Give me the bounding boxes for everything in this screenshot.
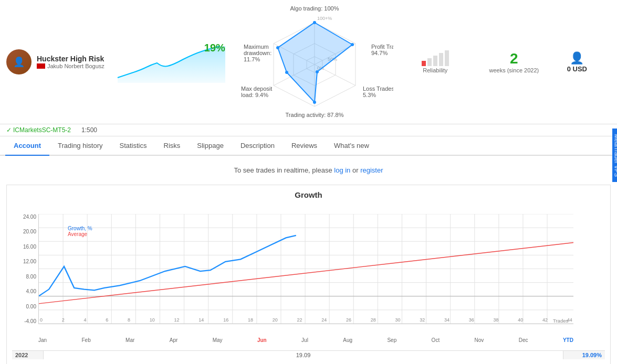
y-axis: 24.00 20.00 16.00 12.00 8.00 4.00 0.00 -… <box>12 214 38 324</box>
growth-svg: Trades <box>39 214 573 324</box>
tab-whats-new[interactable]: What's new <box>326 136 378 156</box>
year-ytd: 19.09% <box>563 351 605 359</box>
withdrawals-row: Withdrawals 0.00 USD <box>609 67 617 76</box>
user-subtitle: Jakub Norbert Bogusz <box>37 63 104 69</box>
svg-text:5.3%: 5.3% <box>363 92 376 98</box>
metatrader-vps[interactable]: MetaTrader VPS <box>612 129 617 182</box>
tab-slippage[interactable]: Slippage <box>189 136 232 156</box>
reliability-label: Reliability <box>399 67 472 73</box>
tab-risks[interactable]: Risks <box>155 136 189 156</box>
leverage: 1:500 <box>81 126 97 134</box>
initial-deposit-row: Initial Deposit 900.00 USD <box>609 57 617 65</box>
year-data: 19.09 <box>44 351 563 359</box>
tab-trading-history[interactable]: Trading history <box>49 136 111 156</box>
month-aug: Aug <box>343 337 352 343</box>
growth-title: Growth <box>12 190 605 199</box>
y-label-6: 0.00 <box>26 304 36 309</box>
reliability-section: Reliability <box>399 50 472 73</box>
y-label-2: 16.00 <box>23 244 36 250</box>
month-ytd: YTD <box>563 337 573 343</box>
initial-deposit-label: Initial Deposit <box>609 57 617 65</box>
month-may: May <box>213 337 223 343</box>
month-oct: Oct <box>432 337 440 343</box>
month-apr: Apr <box>170 337 178 343</box>
month-jan: Jan <box>38 337 47 343</box>
reliability-bars <box>399 50 472 66</box>
month-jul: Jul <box>301 337 308 343</box>
svg-text:Algo trading: 100%: Algo trading: 100% <box>290 5 339 12</box>
svg-text:Profit Trades:: Profit Trades: <box>371 44 393 50</box>
svg-text:Trading activity: 87.8%: Trading activity: 87.8% <box>285 112 343 118</box>
profit-label: Profit <box>609 47 617 54</box>
growth-section: Growth 24.00 20.00 16.00 12.00 8.00 4.00… <box>6 185 611 364</box>
realtime-notice: To see trades in realtime, please log in… <box>6 161 611 179</box>
month-sep: Sep <box>387 337 396 343</box>
svg-marker-20 <box>278 23 352 102</box>
y-label-3: 12.00 <box>23 259 36 264</box>
tab-statistics[interactable]: Statistics <box>111 136 155 156</box>
mini-chart: 19% <box>115 41 231 83</box>
header: 👤 Huckster High Risk Jakub Norbert Bogus… <box>0 0 617 124</box>
svg-point-26 <box>276 46 279 49</box>
year-row: 2022 19.09 19.09% <box>12 350 605 359</box>
tab-description[interactable]: Description <box>232 136 283 156</box>
svg-point-23 <box>316 70 319 73</box>
svg-text:100+%: 100+% <box>317 16 332 21</box>
svg-point-21 <box>313 21 316 24</box>
weeks-section: 2 weeks (since 2022) <box>483 50 546 73</box>
withdrawals-label: Withdrawals <box>609 68 617 75</box>
deposits-row: Deposits 0.00 USD <box>609 78 617 86</box>
svg-text:94.7%: 94.7% <box>371 50 388 56</box>
balance-section: 👤 0 USD <box>556 51 598 73</box>
person-icon: 👤 <box>556 51 598 65</box>
y-label-1: 20.00 <box>23 229 36 234</box>
realtime-text-middle: or <box>352 166 360 174</box>
radar-svg: Algo trading: 100% Profit Trades: 94.7% … <box>236 4 393 120</box>
svg-line-58 <box>39 243 573 304</box>
deposits-label: Deposits <box>609 78 617 85</box>
y-label-0: 24.00 <box>23 214 36 220</box>
tab-account[interactable]: Account <box>5 136 49 156</box>
svg-text:drawdown:: drawdown: <box>244 50 271 56</box>
balance-amount: 0 USD <box>556 65 598 73</box>
y-label-5: 4.00 <box>26 288 36 294</box>
radar-chart: Algo trading: 100% Profit Trades: 94.7% … <box>236 4 393 120</box>
user-real-name: Jakub Norbert Bogusz <box>47 63 104 69</box>
tab-reviews[interactable]: Reviews <box>283 136 326 156</box>
month-feb: Feb <box>82 337 91 343</box>
broker-info: ICMarketsSC-MT5-2 1:500 <box>0 124 617 136</box>
chart-legend: Growth, % Average <box>68 226 92 237</box>
broker-name[interactable]: ICMarketsSC-MT5-2 <box>6 126 71 134</box>
svg-point-25 <box>285 71 288 74</box>
chart-area: Growth, % Average <box>38 214 573 324</box>
reliability-bar-3 <box>433 56 437 66</box>
growth-pct-label: 19% <box>204 42 225 54</box>
y-label-7: -4.00 <box>24 318 36 324</box>
main-content: To see trades in realtime, please log in… <box>0 156 617 364</box>
year-label: 2022 <box>12 351 44 359</box>
weeks-label: weeks (since 2022) <box>483 67 546 73</box>
reliability-bar-1 <box>422 61 426 66</box>
profit-row: Profit 171.77 USD <box>609 46 617 55</box>
equity-row: Equity 1 071.77 USD <box>609 36 617 44</box>
month-jun: Jun <box>257 337 267 343</box>
svg-text:11.7%: 11.7% <box>244 56 260 62</box>
register-link[interactable]: register <box>360 166 383 174</box>
avatar: 👤 <box>6 49 32 74</box>
user-info: Huckster High Risk Jakub Norbert Bogusz <box>37 55 104 69</box>
svg-point-24 <box>313 101 316 104</box>
svg-text:load: 9.4%: load: 9.4% <box>241 92 268 98</box>
growth-chart-container: 24.00 20.00 16.00 12.00 8.00 4.00 0.00 -… <box>12 204 605 350</box>
svg-text:Max deposit: Max deposit <box>241 85 272 92</box>
month-labels: Jan Feb Mar Apr May Jun Jul Aug Sep Oct … <box>38 337 573 343</box>
year-mid-value: 19.09 <box>296 352 311 358</box>
reliability-bar-4 <box>439 53 443 66</box>
reliability-bar-5 <box>445 50 449 66</box>
x-num-row: 0 2 4 6 8 10 12 14 16 18 20 22 24 26 28 … <box>39 317 573 323</box>
month-mar: Mar <box>126 337 134 343</box>
metrics-table: Equity 1 071.77 USD Profit 171.77 USD In… <box>609 36 617 88</box>
month-dec: Dec <box>519 337 528 343</box>
login-link[interactable]: log in <box>334 166 350 174</box>
legend-avg: Average <box>68 231 87 237</box>
svg-text:Loss Trades:: Loss Trades: <box>363 85 393 92</box>
